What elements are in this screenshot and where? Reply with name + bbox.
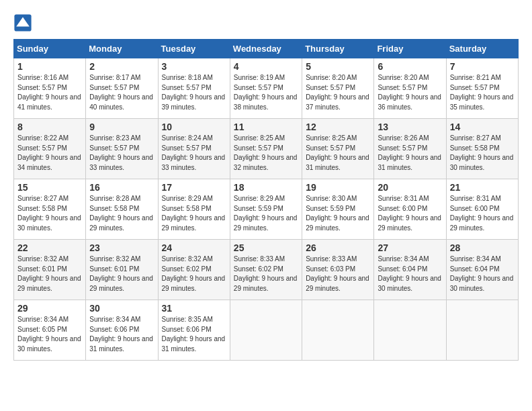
day-number: 21: [450, 182, 515, 193]
day-info: Sunrise: 8:27 AMSunset: 5:58 PMDaylight:…: [17, 194, 82, 233]
day-info: Sunrise: 8:33 AMSunset: 6:02 PMDaylight:…: [234, 255, 298, 293]
day-info: Sunrise: 8:34 AMSunset: 6:04 PMDaylight:…: [378, 255, 442, 293]
calendar-cell: 29Sunrise: 8:34 AMSunset: 6:05 PMDayligh…: [14, 300, 86, 361]
day-number: 6: [378, 61, 442, 72]
calendar-cell: 25Sunrise: 8:33 AMSunset: 6:02 PMDayligh…: [230, 240, 302, 300]
column-header-wednesday: Wednesday: [230, 40, 302, 58]
calendar-cell: 3Sunrise: 8:18 AMSunset: 5:57 PMDaylight…: [158, 58, 230, 119]
column-header-sunday: Sunday: [14, 40, 86, 58]
calendar-cell: 14Sunrise: 8:27 AMSunset: 5:58 PMDayligh…: [446, 119, 518, 179]
day-info: Sunrise: 8:21 AMSunset: 5:57 PMDaylight:…: [450, 73, 515, 112]
calendar-cell: [230, 300, 302, 361]
day-number: 23: [89, 242, 154, 253]
day-info: Sunrise: 8:31 AMSunset: 6:00 PMDaylight:…: [450, 194, 515, 233]
calendar-cell: 10Sunrise: 8:24 AMSunset: 5:57 PMDayligh…: [158, 119, 230, 179]
day-number: 27: [378, 242, 442, 253]
calendar-cell: 16Sunrise: 8:28 AMSunset: 5:58 PMDayligh…: [86, 179, 158, 240]
day-info: Sunrise: 8:16 AMSunset: 5:57 PMDaylight:…: [17, 73, 82, 112]
day-info: Sunrise: 8:28 AMSunset: 5:58 PMDaylight:…: [89, 194, 154, 233]
day-info: Sunrise: 8:32 AMSunset: 6:01 PMDaylight:…: [89, 255, 154, 293]
calendar-cell: 20Sunrise: 8:31 AMSunset: 6:00 PMDayligh…: [374, 179, 446, 240]
calendar-cell: 30Sunrise: 8:34 AMSunset: 6:06 PMDayligh…: [86, 300, 158, 361]
calendar-cell: 23Sunrise: 8:32 AMSunset: 6:01 PMDayligh…: [86, 240, 158, 300]
day-info: Sunrise: 8:20 AMSunset: 5:57 PMDaylight:…: [378, 73, 442, 112]
calendar-cell: 13Sunrise: 8:26 AMSunset: 5:57 PMDayligh…: [374, 119, 446, 179]
calendar-cell: 18Sunrise: 8:29 AMSunset: 5:59 PMDayligh…: [230, 179, 302, 240]
calendar-cell: 4Sunrise: 8:19 AMSunset: 5:57 PMDaylight…: [230, 58, 302, 119]
day-number: 12: [306, 122, 370, 132]
calendar-cell: 5Sunrise: 8:20 AMSunset: 5:57 PMDaylight…: [302, 58, 374, 119]
day-number: 14: [450, 122, 515, 132]
calendar-cell: 6Sunrise: 8:20 AMSunset: 5:57 PMDaylight…: [374, 58, 446, 119]
day-number: 25: [234, 242, 298, 253]
day-number: 3: [162, 61, 226, 72]
calendar-cell: 11Sunrise: 8:25 AMSunset: 5:57 PMDayligh…: [230, 119, 302, 179]
day-info: Sunrise: 8:31 AMSunset: 6:00 PMDaylight:…: [378, 194, 442, 233]
calendar-cell: 1Sunrise: 8:16 AMSunset: 5:57 PMDaylight…: [14, 58, 86, 119]
calendar-week-row: 22Sunrise: 8:32 AMSunset: 6:01 PMDayligh…: [14, 240, 519, 300]
day-info: Sunrise: 8:30 AMSunset: 5:59 PMDaylight:…: [306, 194, 370, 233]
day-number: 28: [450, 242, 515, 253]
calendar-week-row: 29Sunrise: 8:34 AMSunset: 6:05 PMDayligh…: [14, 300, 519, 361]
day-info: Sunrise: 8:35 AMSunset: 6:06 PMDaylight:…: [162, 315, 226, 354]
day-number: 10: [162, 122, 226, 132]
day-number: 20: [378, 182, 442, 193]
day-info: Sunrise: 8:32 AMSunset: 6:01 PMDaylight:…: [17, 255, 82, 293]
day-number: 1: [17, 61, 82, 72]
calendar-cell: [302, 300, 374, 361]
day-info: Sunrise: 8:20 AMSunset: 5:57 PMDaylight:…: [306, 73, 370, 112]
day-info: Sunrise: 8:19 AMSunset: 5:57 PMDaylight:…: [234, 73, 298, 112]
column-header-saturday: Saturday: [446, 40, 518, 58]
day-number: 30: [89, 303, 154, 314]
day-info: Sunrise: 8:23 AMSunset: 5:57 PMDaylight:…: [89, 134, 154, 173]
calendar-cell: 22Sunrise: 8:32 AMSunset: 6:01 PMDayligh…: [14, 240, 86, 300]
day-info: Sunrise: 8:18 AMSunset: 5:57 PMDaylight:…: [162, 73, 226, 112]
calendar-cell: 2Sunrise: 8:17 AMSunset: 5:57 PMDaylight…: [86, 58, 158, 119]
day-info: Sunrise: 8:27 AMSunset: 5:58 PMDaylight:…: [450, 134, 515, 173]
logo: [13, 13, 35, 32]
day-info: Sunrise: 8:32 AMSunset: 6:02 PMDaylight:…: [162, 255, 226, 293]
day-number: 8: [17, 122, 82, 132]
calendar-week-row: 1Sunrise: 8:16 AMSunset: 5:57 PMDaylight…: [14, 58, 519, 119]
day-number: 13: [378, 122, 442, 132]
day-number: 22: [17, 242, 82, 253]
column-header-monday: Monday: [86, 40, 158, 58]
day-info: Sunrise: 8:29 AMSunset: 5:58 PMDaylight:…: [162, 194, 226, 233]
day-number: 26: [306, 242, 370, 253]
day-info: Sunrise: 8:22 AMSunset: 5:57 PMDaylight:…: [17, 134, 82, 173]
column-header-tuesday: Tuesday: [158, 40, 230, 58]
day-number: 19: [306, 182, 370, 193]
column-header-friday: Friday: [374, 40, 446, 58]
day-number: 16: [89, 182, 154, 193]
day-number: 4: [234, 61, 298, 72]
calendar-cell: [374, 300, 446, 361]
day-number: 5: [306, 61, 370, 72]
calendar-header-row: SundayMondayTuesdayWednesdayThursdayFrid…: [14, 40, 519, 58]
day-number: 15: [17, 182, 82, 193]
day-info: Sunrise: 8:29 AMSunset: 5:59 PMDaylight:…: [234, 194, 298, 233]
calendar-cell: 17Sunrise: 8:29 AMSunset: 5:58 PMDayligh…: [158, 179, 230, 240]
day-info: Sunrise: 8:34 AMSunset: 6:04 PMDaylight:…: [450, 255, 515, 293]
day-info: Sunrise: 8:24 AMSunset: 5:57 PMDaylight:…: [162, 134, 226, 173]
day-number: 17: [162, 182, 226, 193]
calendar-cell: 7Sunrise: 8:21 AMSunset: 5:57 PMDaylight…: [446, 58, 518, 119]
calendar-cell: 12Sunrise: 8:25 AMSunset: 5:57 PMDayligh…: [302, 119, 374, 179]
day-number: 2: [89, 61, 154, 72]
calendar-cell: 9Sunrise: 8:23 AMSunset: 5:57 PMDaylight…: [86, 119, 158, 179]
calendar-cell: 15Sunrise: 8:27 AMSunset: 5:58 PMDayligh…: [14, 179, 86, 240]
day-info: Sunrise: 8:34 AMSunset: 6:06 PMDaylight:…: [89, 315, 154, 354]
calendar-cell: 31Sunrise: 8:35 AMSunset: 6:06 PMDayligh…: [158, 300, 230, 361]
day-number: 31: [162, 303, 226, 314]
day-number: 11: [234, 122, 298, 132]
day-number: 7: [450, 61, 515, 72]
calendar-cell: 27Sunrise: 8:34 AMSunset: 6:04 PMDayligh…: [374, 240, 446, 300]
day-number: 24: [162, 242, 226, 253]
day-number: 9: [89, 122, 154, 132]
calendar-cell: 28Sunrise: 8:34 AMSunset: 6:04 PMDayligh…: [446, 240, 518, 300]
day-number: 29: [17, 303, 82, 314]
calendar-cell: 26Sunrise: 8:33 AMSunset: 6:03 PMDayligh…: [302, 240, 374, 300]
day-number: 18: [234, 182, 298, 193]
page-header: [13, 13, 519, 32]
calendar-cell: 24Sunrise: 8:32 AMSunset: 6:02 PMDayligh…: [158, 240, 230, 300]
day-info: Sunrise: 8:17 AMSunset: 5:57 PMDaylight:…: [89, 73, 154, 112]
